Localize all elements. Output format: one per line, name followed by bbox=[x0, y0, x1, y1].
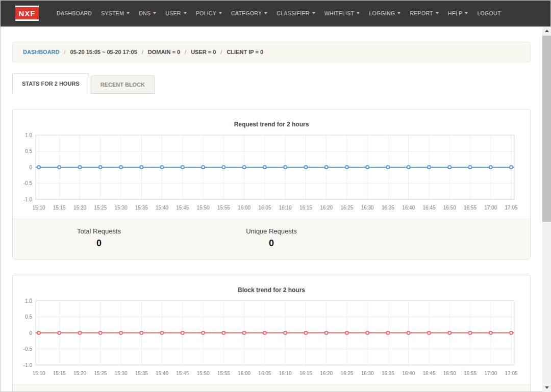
nav-item-user[interactable]: USER bbox=[161, 0, 191, 27]
block-stats: Total Blocks 0 Unique Blocks 0 bbox=[13, 384, 530, 392]
svg-text:16:35: 16:35 bbox=[382, 205, 394, 211]
svg-text:16:15: 16:15 bbox=[299, 371, 312, 376]
svg-text:16:15: 16:15 bbox=[299, 205, 312, 211]
scroll-up-button[interactable] bbox=[542, 27, 551, 35]
stat-label: Unique Requests bbox=[185, 227, 358, 235]
svg-text:16:10: 16:10 bbox=[279, 371, 292, 376]
scroll-down-button[interactable] bbox=[542, 383, 551, 392]
svg-text:17:00: 17:00 bbox=[484, 371, 497, 376]
nav-item-label: POLICY bbox=[196, 0, 216, 27]
nxfilter-logo[interactable]: NXF bbox=[15, 6, 39, 21]
nav-menu: DASHBOARD SYSTEM DNS USER POLICY CATEGOR… bbox=[52, 0, 506, 27]
svg-text:-1.0: -1.0 bbox=[23, 362, 33, 368]
nav-item-classifier[interactable]: CLASSIFIER bbox=[272, 0, 319, 27]
svg-text:16:25: 16:25 bbox=[340, 205, 353, 211]
scrollbar[interactable] bbox=[542, 27, 551, 392]
svg-text:15:15: 15:15 bbox=[53, 205, 66, 211]
nav-item-label: WHITELIST bbox=[324, 0, 355, 27]
nav-item-label: HELP bbox=[448, 0, 463, 27]
chart-title: Request trend for 2 hours bbox=[13, 110, 530, 131]
svg-text:16:55: 16:55 bbox=[464, 205, 477, 211]
svg-text:16:20: 16:20 bbox=[320, 205, 333, 211]
svg-text:16:30: 16:30 bbox=[361, 205, 374, 211]
svg-text:17:00: 17:00 bbox=[484, 205, 497, 211]
stat-label: Total Requests bbox=[13, 227, 185, 235]
svg-text:0.5: 0.5 bbox=[25, 148, 32, 154]
svg-text:-0.5: -0.5 bbox=[23, 180, 33, 186]
nav-item-policy[interactable]: POLICY bbox=[191, 0, 227, 27]
breadcrumb-separator: / bbox=[142, 49, 143, 55]
svg-text:16:20: 16:20 bbox=[320, 371, 333, 376]
stat-value: 0 bbox=[13, 238, 185, 249]
dashboard-tabs: STATS FOR 2 HOURS RECENT BLOCK bbox=[12, 73, 531, 94]
scrollbar-thumb[interactable] bbox=[542, 36, 551, 222]
breadcrumb-user-filter: USER = 0 bbox=[191, 49, 216, 55]
breadcrumb-clientip-filter: CLIENT IP = 0 bbox=[227, 49, 263, 55]
svg-text:15:20: 15:20 bbox=[73, 371, 86, 376]
nav-item-logging[interactable]: LOGGING bbox=[364, 0, 405, 27]
breadcrumb-separator: / bbox=[220, 49, 222, 55]
svg-text:16:50: 16:50 bbox=[443, 205, 456, 211]
nav-item-whitelist[interactable]: WHITELIST bbox=[320, 0, 365, 27]
chevron-down-icon bbox=[436, 12, 439, 14]
svg-text:15:55: 15:55 bbox=[217, 371, 230, 376]
svg-text:15:30: 15:30 bbox=[115, 205, 128, 211]
svg-text:15:40: 15:40 bbox=[156, 371, 168, 376]
nav-item-label: LOGOUT bbox=[477, 0, 500, 27]
tab-recent-block[interactable]: RECENT BLOCK bbox=[91, 75, 155, 94]
svg-text:17:05: 17:05 bbox=[505, 371, 517, 376]
svg-text:16:30: 16:30 bbox=[361, 371, 374, 376]
svg-text:16:00: 16:00 bbox=[238, 205, 251, 211]
chart-title: Block trend for 2 hours bbox=[13, 275, 530, 297]
svg-text:16:50: 16:50 bbox=[443, 371, 456, 376]
arrow-down-icon bbox=[545, 386, 549, 389]
chevron-down-icon bbox=[312, 12, 315, 14]
breadcrumb-domain-filter: DOMAIN = 0 bbox=[148, 49, 180, 55]
svg-text:15:20: 15:20 bbox=[73, 205, 86, 211]
chevron-down-icon bbox=[219, 12, 222, 14]
main-content: DASHBOARD / 05-20 15:05 ~ 05-20 17:05 / … bbox=[12, 42, 531, 392]
svg-text:17:05: 17:05 bbox=[505, 205, 517, 211]
stat-spacer bbox=[358, 227, 530, 249]
nav-item-label: CATEGORY bbox=[231, 0, 262, 27]
nav-item-help[interactable]: HELP bbox=[443, 0, 473, 27]
chevron-down-icon bbox=[127, 12, 130, 14]
nav-item-dashboard[interactable]: DASHBOARD bbox=[52, 0, 96, 27]
nav-item-category[interactable]: CATEGORY bbox=[227, 0, 272, 27]
nav-item-label: CLASSIFIER bbox=[277, 0, 309, 27]
top-navbar: NXF DASHBOARD SYSTEM DNS USER POLICY CAT… bbox=[0, 0, 551, 27]
tab-stats-for-2-hours[interactable]: STATS FOR 2 HOURS bbox=[12, 73, 89, 94]
nav-item-label: DNS bbox=[139, 0, 151, 27]
svg-text:1.0: 1.0 bbox=[25, 298, 32, 304]
svg-text:16:35: 16:35 bbox=[382, 371, 394, 376]
nav-item-logout[interactable]: LOGOUT bbox=[472, 0, 505, 27]
total-requests-stat: Total Requests 0 bbox=[13, 227, 185, 249]
svg-text:16:45: 16:45 bbox=[422, 205, 435, 211]
chevron-down-icon bbox=[357, 12, 360, 14]
svg-text:15:40: 15:40 bbox=[156, 205, 168, 211]
block-trend-panel: Block trend for 2 hours 1.00.50-0.5-1.01… bbox=[12, 275, 531, 392]
breadcrumb-dashboard-link[interactable]: DASHBOARD bbox=[23, 49, 60, 55]
nav-item-dns[interactable]: DNS bbox=[134, 0, 161, 27]
svg-text:15:30: 15:30 bbox=[115, 371, 128, 376]
svg-text:-0.5: -0.5 bbox=[23, 346, 33, 352]
nav-item-system[interactable]: SYSTEM bbox=[96, 0, 134, 27]
nav-item-report[interactable]: REPORT bbox=[405, 0, 443, 27]
breadcrumb-separator: / bbox=[64, 49, 66, 55]
svg-text:16:05: 16:05 bbox=[258, 205, 271, 211]
request-trend-panel: Request trend for 2 hours 1.00.50-0.5-1.… bbox=[12, 109, 531, 259]
svg-text:16:40: 16:40 bbox=[402, 371, 415, 376]
chevron-down-icon bbox=[465, 12, 468, 14]
svg-text:15:25: 15:25 bbox=[94, 371, 107, 376]
svg-text:15:45: 15:45 bbox=[176, 205, 189, 211]
svg-text:15:45: 15:45 bbox=[176, 371, 189, 376]
svg-text:15:35: 15:35 bbox=[135, 371, 148, 376]
chevron-down-icon bbox=[264, 12, 267, 14]
breadcrumb-separator: / bbox=[185, 49, 186, 55]
svg-text:15:25: 15:25 bbox=[94, 205, 107, 211]
svg-text:16:40: 16:40 bbox=[402, 205, 415, 211]
svg-text:16:25: 16:25 bbox=[340, 371, 353, 376]
chevron-down-icon bbox=[153, 12, 156, 14]
svg-text:15:50: 15:50 bbox=[197, 205, 210, 211]
svg-text:15:10: 15:10 bbox=[32, 371, 45, 376]
